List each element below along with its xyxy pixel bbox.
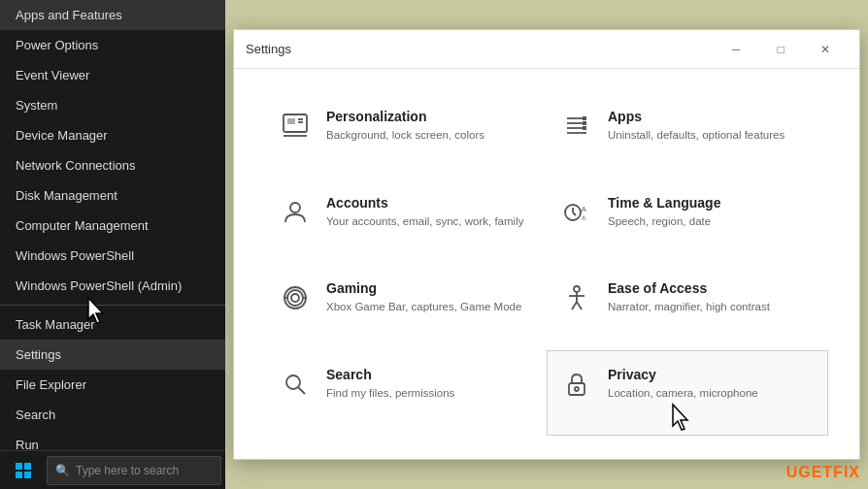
ease-of-access-icon <box>559 280 594 315</box>
context-menu: Apps and FeaturesPower OptionsEvent View… <box>0 0 225 489</box>
watermark-part2: FIX <box>833 464 860 480</box>
svg-rect-1 <box>24 463 31 470</box>
menu-item-windows-powershell[interactable]: Windows PowerShell <box>0 241 225 271</box>
gaming-icon <box>278 280 313 315</box>
menu-item-label-search: Search <box>16 408 55 422</box>
svg-point-32 <box>286 375 300 389</box>
settings-item-personalization[interactable]: PersonalizationBackground, lock screen, … <box>265 92 547 179</box>
search-settings-icon <box>278 367 313 402</box>
menu-item-computer-management[interactable]: Computer Management <box>0 211 225 241</box>
menu-item-task-manager[interactable]: Task Manager <box>0 310 225 340</box>
settings-item-search-settings[interactable]: SearchFind my files, permissions <box>265 350 547 437</box>
settings-desc-ease-of-access: Narrator, magnifier, high contrast <box>608 299 816 314</box>
menu-item-label-event-viewer: Event Viewer <box>16 68 89 82</box>
menu-item-label-disk-management: Disk Management <box>16 188 117 203</box>
svg-rect-34 <box>569 383 584 395</box>
settings-text-ease-of-access: Ease of AccessNarrator, magnifier, high … <box>608 280 816 314</box>
menu-item-label-computer-management: Computer Management <box>16 218 149 233</box>
menu-item-label-file-explorer: File Explorer <box>16 377 86 392</box>
accounts-icon <box>278 195 313 230</box>
menu-item-label-windows-powershell: Windows PowerShell <box>16 248 134 263</box>
settings-content: PersonalizationBackground, lock screen, … <box>234 69 859 459</box>
taskbar-search[interactable]: 🔍 Type here to search <box>47 456 221 485</box>
svg-point-35 <box>575 387 579 391</box>
menu-item-label-settings: Settings <box>16 347 61 362</box>
settings-item-privacy[interactable]: PrivacyLocation, camera, microphone <box>547 350 828 437</box>
settings-item-time-language[interactable]: A あ Time & LanguageSpeech, region, date <box>547 179 828 265</box>
svg-rect-3 <box>24 472 31 478</box>
settings-text-apps: AppsUninstall, defaults, optional featur… <box>608 109 816 143</box>
settings-desc-privacy: Location, camera, microphone <box>608 385 816 401</box>
menu-item-file-explorer[interactable]: File Explorer <box>0 370 225 400</box>
menu-item-network-connections[interactable]: Network Connections <box>0 150 225 180</box>
settings-desc-time-language: Speech, region, date <box>608 213 816 229</box>
menu-item-apps-features[interactable]: Apps and Features <box>0 0 225 30</box>
svg-line-30 <box>572 302 577 310</box>
taskbar-search-placeholder: Type here to search <box>76 464 179 477</box>
menu-item-device-manager[interactable]: Device Manager <box>0 120 225 150</box>
settings-name-gaming: Gaming <box>326 280 534 296</box>
personalization-icon <box>278 109 313 144</box>
minimize-button[interactable]: ─ <box>714 34 758 65</box>
svg-rect-15 <box>583 126 586 130</box>
settings-name-privacy: Privacy <box>608 367 816 382</box>
window-titlebar: Settings ─ □ ✕ <box>234 30 859 69</box>
settings-desc-personalization: Background, lock screen, colors <box>326 127 534 143</box>
menu-item-disk-management[interactable]: Disk Management <box>0 180 225 211</box>
svg-rect-6 <box>287 118 295 124</box>
start-button[interactable] <box>0 451 47 490</box>
settings-name-personalization: Personalization <box>326 109 534 124</box>
svg-text:あ: あ <box>582 214 586 220</box>
svg-line-33 <box>298 387 305 394</box>
settings-text-search-settings: SearchFind my files, permissions <box>326 367 534 401</box>
settings-window: Settings ─ □ ✕ PersonalizationBackground… <box>233 29 860 460</box>
settings-desc-accounts: Your accounts, email, sync, work, family <box>326 213 534 229</box>
svg-rect-14 <box>583 121 586 125</box>
svg-line-19 <box>573 212 576 215</box>
menu-item-settings[interactable]: Settings <box>0 340 225 370</box>
settings-desc-apps: Uninstall, defaults, optional features <box>608 127 816 143</box>
watermark-part1: UGET <box>786 464 833 480</box>
menu-item-label-windows-powershell-admin: Windows PowerShell (Admin) <box>16 278 182 293</box>
svg-text:A: A <box>582 206 586 212</box>
menu-separator <box>0 305 225 306</box>
menu-item-label-apps-features: Apps and Features <box>16 8 122 22</box>
settings-name-ease-of-access: Ease of Access <box>608 280 816 296</box>
time-language-icon: A あ <box>559 195 594 230</box>
watermark: UGETFIX <box>786 464 860 481</box>
settings-text-personalization: PersonalizationBackground, lock screen, … <box>326 109 534 143</box>
svg-rect-2 <box>16 472 22 478</box>
apps-icon <box>559 109 594 144</box>
close-button[interactable]: ✕ <box>803 34 848 65</box>
menu-item-label-power-options: Power Options <box>16 38 98 52</box>
menu-item-event-viewer[interactable]: Event Viewer <box>0 60 225 90</box>
privacy-icon <box>559 367 594 402</box>
settings-item-apps[interactable]: AppsUninstall, defaults, optional featur… <box>547 92 828 179</box>
settings-item-ease-of-access[interactable]: Ease of AccessNarrator, magnifier, high … <box>547 264 828 350</box>
svg-line-31 <box>577 302 582 310</box>
settings-name-time-language: Time & Language <box>608 195 816 211</box>
svg-point-24 <box>287 290 303 306</box>
settings-name-apps: Apps <box>608 109 816 124</box>
settings-desc-gaming: Xbox Game Bar, captures, Game Mode <box>326 299 534 314</box>
menu-item-label-device-manager: Device Manager <box>16 128 108 143</box>
settings-text-accounts: AccountsYour accounts, email, sync, work… <box>326 195 534 229</box>
settings-name-search-settings: Search <box>326 367 534 382</box>
menu-item-windows-powershell-admin[interactable]: Windows PowerShell (Admin) <box>0 271 225 301</box>
svg-point-27 <box>574 286 580 292</box>
menu-item-label-network-connections: Network Connections <box>16 158 136 173</box>
window-controls: ─ □ ✕ <box>714 34 848 65</box>
menu-item-label-system: System <box>16 98 57 113</box>
menu-item-power-options[interactable]: Power Options <box>0 30 225 60</box>
window-title: Settings <box>246 42 291 56</box>
menu-item-search[interactable]: Search <box>0 400 225 430</box>
menu-item-label-task-manager: Task Manager <box>16 317 95 332</box>
settings-item-accounts[interactable]: AccountsYour accounts, email, sync, work… <box>265 179 547 265</box>
settings-desc-search-settings: Find my files, permissions <box>326 385 534 401</box>
search-icon: 🔍 <box>55 464 70 477</box>
settings-text-gaming: GamingXbox Game Bar, captures, Game Mode <box>326 280 534 314</box>
maximize-button[interactable]: □ <box>758 34 803 65</box>
menu-item-system[interactable]: System <box>0 90 225 120</box>
svg-rect-13 <box>583 116 586 120</box>
settings-item-gaming[interactable]: GamingXbox Game Bar, captures, Game Mode <box>265 264 547 350</box>
